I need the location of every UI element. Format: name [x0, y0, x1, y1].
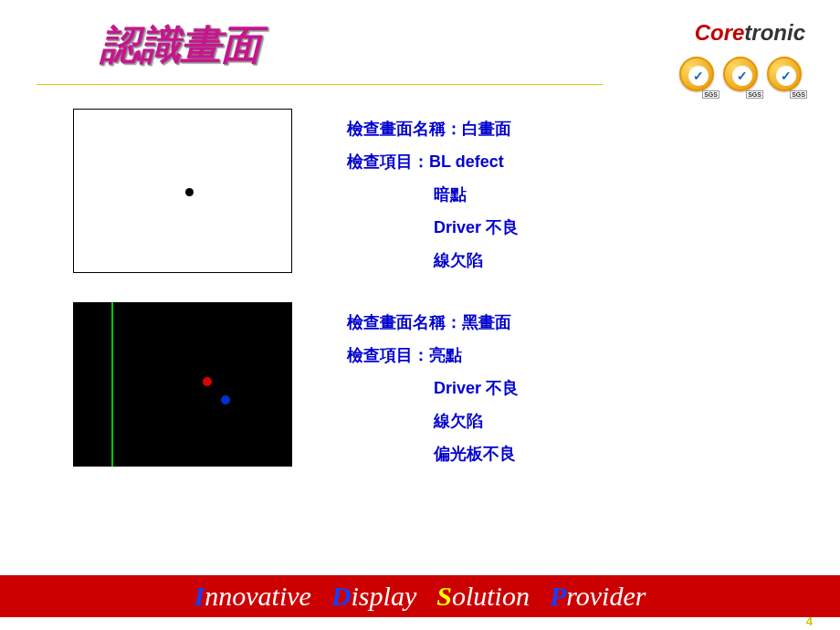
defect-item: Driver 不良	[347, 211, 519, 244]
screen-name-label: 檢查畫面名稱：白畫面	[347, 112, 519, 145]
white-screen-illustration	[73, 109, 292, 273]
defect-item: 線欠陷	[347, 404, 519, 437]
dark-dot-icon	[185, 188, 194, 196]
defect-item: 線欠陷	[347, 244, 519, 277]
defect-item: 偏光板不良	[347, 437, 519, 470]
bright-dot-red-icon	[203, 377, 212, 386]
content-area: 檢查畫面名稱：白畫面 檢查項目：BL defect 暗點 Driver 不良 線…	[0, 81, 840, 470]
footer-word-provider: Provider	[550, 581, 646, 612]
brand-logo: Coretronic	[695, 20, 805, 46]
line-defect-icon	[111, 302, 113, 467]
section-black-screen: 檢查畫面名稱：黑畫面 檢查項目：亮點 Driver 不良 線欠陷 偏光板不良	[73, 302, 803, 470]
bright-dot-blue-icon	[221, 395, 230, 404]
defect-item: Driver 不良	[347, 372, 519, 404]
certification-badges: ✓ SGS ✓ SGS ✓ SGS	[679, 57, 805, 100]
white-screen-description: 檢查畫面名稱：白畫面 檢查項目：BL defect 暗點 Driver 不良 線…	[347, 109, 519, 277]
check-item-label: 檢查項目：BL defect	[347, 145, 519, 178]
logo-part1: Core	[695, 20, 745, 45]
sgs-badge-icon: ✓ SGS	[679, 57, 718, 100]
section-white-screen: 檢查畫面名稱：白畫面 檢查項目：BL defect 暗點 Driver 不良 線…	[73, 109, 803, 277]
logo-part2: tronic	[744, 20, 805, 45]
footer-banner: Innovative Display Solution Provider	[0, 575, 840, 617]
screen-name-label: 檢查畫面名稱：黑畫面	[347, 306, 519, 339]
black-screen-description: 檢查畫面名稱：黑畫面 檢查項目：亮點 Driver 不良 線欠陷 偏光板不良	[347, 302, 519, 470]
sgs-badge-icon: ✓ SGS	[767, 57, 805, 100]
defect-item: 暗點	[347, 178, 519, 211]
sgs-badge-icon: ✓ SGS	[723, 57, 761, 100]
footer-word-display: Display	[331, 581, 416, 612]
black-screen-illustration	[73, 302, 292, 467]
footer-word-solution: Solution	[436, 581, 530, 612]
title-underline	[37, 84, 603, 85]
check-item-label: 檢查項目：亮點	[347, 339, 519, 372]
header: 認識畫面 Coretronic ✓ SGS ✓ SGS ✓ SGS	[0, 0, 840, 81]
page-number: 4	[806, 614, 813, 628]
footer-word-innovative: Innovative	[194, 581, 311, 612]
